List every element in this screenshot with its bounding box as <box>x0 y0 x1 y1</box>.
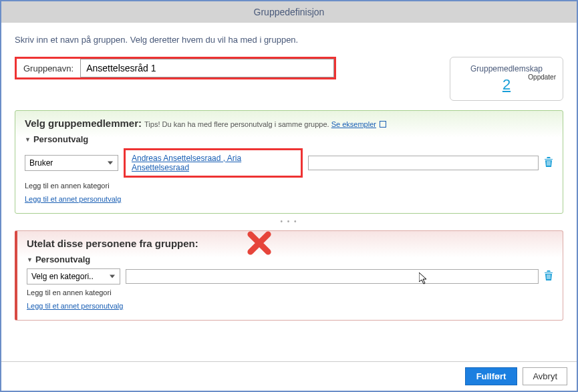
add-selection-link[interactable]: Legg til et annet personutvalg <box>25 195 121 203</box>
annotation-x-icon <box>245 228 274 264</box>
include-row: Bruker Andreas Ansettelsesraad , Aria An… <box>25 148 553 178</box>
done-button[interactable]: Fullført <box>465 367 518 385</box>
include-header-text: Velg gruppemedlemmer: <box>25 118 142 129</box>
exclude-people-field[interactable] <box>126 269 539 284</box>
include-tips: Tips! Du kan ha med flere personutvalg i… <box>144 120 386 128</box>
top-row: Gruppenavn: Gruppemedlemskap Oppdater 2 <box>15 57 563 101</box>
category-select-wrap: Bruker <box>25 155 118 171</box>
delete-icon[interactable] <box>544 157 553 170</box>
exclude-header-text: Utelat disse personene fra gruppen: <box>27 238 198 249</box>
exclude-add-category-text: Legg til en annen kategori <box>27 288 553 297</box>
groupname-label: Gruppenavn: <box>17 59 80 77</box>
groupname-input[interactable] <box>80 59 334 77</box>
include-header: Velg gruppemedlemmer: Tips! Du kan ha me… <box>25 118 553 129</box>
exclude-sub-title: Personutvalg <box>27 254 553 264</box>
membership-count[interactable]: 2 <box>502 76 511 93</box>
dialog-title: Gruppedefinisjon <box>1 1 577 23</box>
group-definition-dialog: Gruppedefinisjon Skriv inn et navn på gr… <box>0 0 578 392</box>
dialog-footer: Fullført Avbryt <box>1 361 577 391</box>
exclude-sub: Personutvalg Velg en kategori.. Legg til… <box>27 254 553 311</box>
exclude-delete-icon[interactable] <box>544 270 553 283</box>
intro-text: Skriv inn et navn på gruppen. Velg deret… <box>15 35 563 45</box>
category-select[interactable]: Bruker <box>25 155 118 171</box>
people-field-extend[interactable] <box>308 156 539 170</box>
exclude-header: Utelat disse personene fra gruppen: <box>27 238 553 249</box>
selected-people-link[interactable]: Andreas Ansettelsesraad , Aria Ansettels… <box>132 154 241 172</box>
panel-divider: • • • <box>15 218 563 225</box>
dialog-body: Skriv inn et navn på gruppen. Velg deret… <box>1 23 577 361</box>
update-link[interactable]: Oppdater <box>528 73 556 81</box>
cancel-button[interactable]: Avbryt <box>523 367 567 385</box>
exclude-row: Velg en kategori.. <box>27 268 553 284</box>
membership-card: Gruppemedlemskap Oppdater 2 <box>450 57 563 101</box>
exclude-panel: Utelat disse personene fra gruppen: Pers… <box>15 230 563 321</box>
include-panel: Velg gruppemedlemmer: Tips! Du kan ha me… <box>15 110 563 214</box>
include-sub-title: Personutvalg <box>25 134 553 144</box>
add-category-text: Legg til en annen kategori <box>25 182 553 190</box>
tips-text: Tips! Du kan ha med flere personutvalg i… <box>144 120 329 128</box>
exclude-select-wrap: Velg en kategori.. <box>27 268 120 284</box>
exclude-add-selection-link[interactable]: Legg til et annet personutvalg <box>27 302 123 310</box>
groupname-row: Gruppenavn: <box>15 57 336 79</box>
popout-icon[interactable] <box>380 121 386 128</box>
selected-people-highlight: Andreas Ansettelsesraad , Aria Ansettels… <box>124 148 303 178</box>
example-link[interactable]: Se eksempler <box>331 120 376 128</box>
include-sub: Personutvalg Bruker Andreas Ansettelsesr… <box>25 134 553 204</box>
selected-people-field-inner[interactable]: Andreas Ansettelsesraad , Aria Ansettels… <box>126 151 300 175</box>
exclude-category-select[interactable]: Velg en kategori.. <box>27 268 120 284</box>
membership-title: Gruppemedlemskap <box>461 64 552 73</box>
